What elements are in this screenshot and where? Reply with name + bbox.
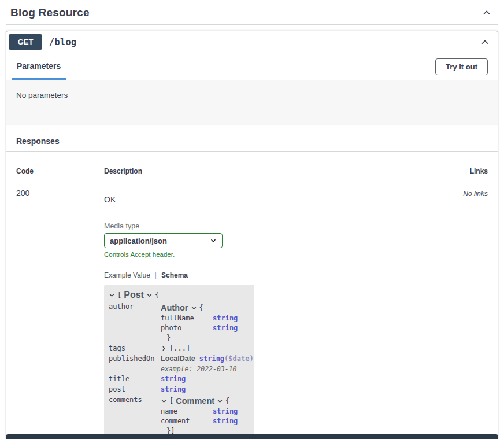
chevron-up-icon	[482, 8, 491, 17]
media-type-selected-value: application/json	[110, 237, 167, 245]
column-header-links: Links	[424, 167, 488, 175]
accept-header-hint: Controls Accept header.	[104, 251, 424, 258]
close-brace: }	[161, 334, 250, 342]
tab-separator: |	[155, 271, 157, 279]
hint-accept-word: Accept	[130, 251, 150, 258]
prop-row-fullname: fullName string	[161, 314, 250, 323]
operation-path[interactable]: /blog	[49, 37, 77, 47]
chevron-down-icon[interactable]	[217, 398, 223, 404]
prop-row-photo: photo string	[161, 324, 250, 333]
prop-name: post	[109, 385, 161, 394]
prop-row-publishedon: publishedOn LocalDate string($date) exam…	[109, 355, 250, 373]
prop-row-title: title string	[109, 375, 250, 383]
parameters-tab-row: Parameters Try it out	[6, 53, 498, 80]
prop-type: string	[213, 417, 238, 426]
prop-name: author	[109, 302, 161, 311]
column-header-description: Description	[104, 167, 424, 175]
model-title-comment[interactable]: Comment	[176, 396, 214, 406]
schema-model-box: [ Post { author Author	[104, 285, 254, 439]
open-brace: {	[199, 304, 203, 312]
no-parameters-text: No parameters	[16, 91, 68, 99]
prop-type-with-format: string($date)	[199, 355, 254, 363]
chevron-right-icon[interactable]	[161, 345, 167, 352]
resource-collapse-button[interactable]	[481, 7, 492, 19]
model-title-post[interactable]: Post	[124, 289, 144, 301]
open-brace: {	[225, 397, 229, 405]
chevron-down-icon[interactable]	[191, 305, 197, 311]
responses-table-header: Code Description Links	[16, 152, 488, 180]
chevron-up-icon	[480, 38, 490, 47]
prop-name: comments	[109, 396, 161, 404]
try-it-out-button[interactable]: Try it out	[435, 58, 488, 75]
prop-name: tags	[109, 344, 161, 353]
prop-type: string	[213, 407, 238, 416]
open-brace: {	[155, 291, 159, 300]
media-type-label: Media type	[104, 222, 424, 230]
resource-title[interactable]: Blog Resource	[10, 6, 90, 19]
prop-row-comment: comment string	[161, 417, 250, 426]
column-header-code: Code	[16, 167, 104, 175]
prop-row-author: author Author { fullName	[109, 302, 250, 342]
http-method-badge: GET	[9, 34, 42, 50]
collapsed-array[interactable]: [...]	[169, 344, 190, 353]
response-links: No links	[463, 190, 488, 198]
chevron-down-icon	[210, 237, 217, 244]
model-root-open: [ Post {	[109, 289, 250, 301]
operation-summary[interactable]: GET /blog	[6, 31, 498, 53]
tab-example-value[interactable]: Example Value	[104, 271, 150, 279]
prop-row-name: name string	[161, 407, 250, 416]
chevron-down-icon[interactable]	[161, 398, 167, 404]
parameters-tab-label: Parameters	[17, 61, 61, 71]
prop-type: string	[213, 324, 238, 333]
prop-name: name	[161, 407, 213, 416]
responses-section-title: Responses	[6, 125, 498, 152]
prop-example: example: 2022-03-10	[161, 365, 254, 373]
parameters-empty-section: No parameters	[6, 80, 498, 125]
prop-row-tags: tags [...]	[109, 344, 250, 353]
prop-type: string	[213, 314, 238, 323]
model-title-localdate: LocalDate	[161, 355, 195, 364]
response-row-200: 200 OK Media type application/json Contr…	[16, 180, 488, 439]
operation-block: GET /blog Parameters Try it out No param…	[6, 31, 498, 439]
resource-header[interactable]: Blog Resource	[6, 0, 498, 25]
tab-schema[interactable]: Schema	[161, 271, 188, 279]
media-type-select[interactable]: application/json	[104, 233, 223, 248]
prop-type: string	[161, 385, 186, 394]
hint-prefix: Controls	[104, 251, 130, 258]
prop-name: comment	[161, 417, 213, 426]
tab-parameters[interactable]: Parameters	[12, 53, 66, 80]
operation-collapse-button[interactable]	[479, 36, 491, 48]
responses-table: Code Description Links 200 OK Media type…	[6, 152, 498, 439]
model-title-author[interactable]: Author	[161, 302, 188, 313]
open-bracket: [	[169, 397, 173, 405]
prop-type: string	[161, 375, 186, 383]
response-description: OK	[104, 195, 424, 204]
media-type-block: Media type application/json Controls Acc…	[104, 222, 424, 258]
chevron-down-icon[interactable]	[146, 292, 153, 298]
operation-body: Parameters Try it out No parameters Resp…	[6, 53, 498, 439]
prop-name: publishedOn	[109, 355, 161, 363]
next-section-bar[interactable]	[6, 434, 498, 439]
response-code: 200	[16, 189, 29, 198]
prop-name: fullName	[161, 314, 213, 323]
prop-row-comments: comments [ Comment {	[109, 396, 250, 436]
model-example-tabs: Example Value | Schema	[104, 271, 424, 279]
chevron-down-icon[interactable]	[109, 292, 115, 298]
prop-name: title	[109, 375, 161, 383]
open-bracket: [	[117, 291, 121, 300]
responses-title-label: Responses	[16, 137, 60, 146]
swagger-page: Blog Resource GET /blog Parameters Try i…	[0, 0, 504, 439]
prop-name: photo	[161, 324, 213, 333]
prop-row-post: post string	[109, 385, 250, 394]
hint-suffix: header.	[151, 251, 175, 258]
